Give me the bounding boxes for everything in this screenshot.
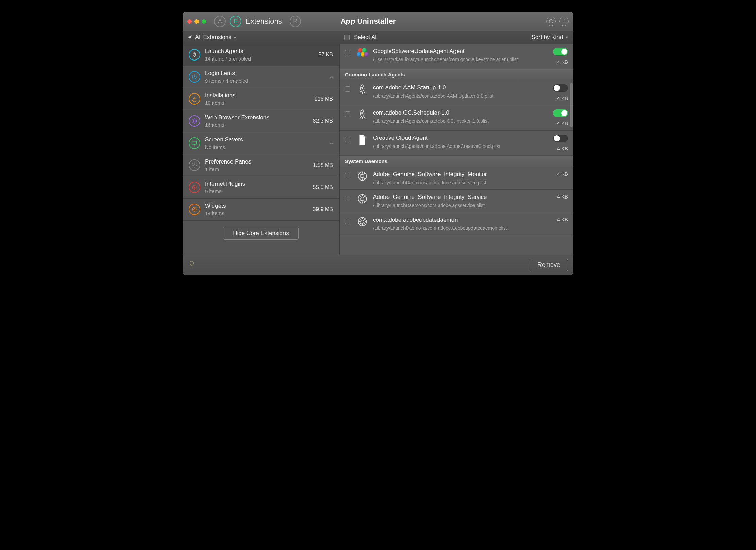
feedback-icon[interactable] <box>546 17 556 26</box>
category-size: -- <box>329 140 333 146</box>
item-path: /Library/LaunchDaemons/com.adobe.adobeup… <box>373 225 553 231</box>
sidebar-category[interactable]: Preference Panes1 item1.58 MB <box>183 154 339 176</box>
close-window-button[interactable] <box>187 19 192 24</box>
app-title: App Uninstaller <box>341 17 396 26</box>
item-title: Creative Cloud Agent <box>373 135 550 141</box>
gear-icon <box>357 217 367 227</box>
list-item: com.adobe.AAM.Startup-1.0/Library/Launch… <box>340 80 573 105</box>
remove-button[interactable]: Remove <box>530 259 568 271</box>
colorballs-icon <box>357 48 368 58</box>
category-icon <box>189 137 200 149</box>
apps-tab-icon[interactable]: A <box>214 16 226 27</box>
sidebar-category[interactable]: Login Items9 items / 4 enabled-- <box>183 66 339 88</box>
enable-toggle[interactable] <box>553 135 568 142</box>
app-window: A E Extensions R App Uninstaller i All E… <box>183 12 573 275</box>
category-size: 1.58 MB <box>313 162 333 168</box>
item-title: com.adobe.adobeupdatedaemon <box>373 217 553 223</box>
category-subtitle: 14 items <box>205 210 313 216</box>
hide-core-extensions-button[interactable]: Hide Core Extensions <box>223 227 298 240</box>
category-size: 39.9 MB <box>313 206 333 212</box>
category-title: Login Items <box>205 70 329 77</box>
category-subtitle: 10 items <box>205 100 314 106</box>
list-item: Adobe_Genuine_Software_Integrity_Service… <box>340 190 573 212</box>
item-checkbox[interactable] <box>345 111 350 117</box>
item-path: /Library/LaunchAgents/com.adobe.AAM.Upda… <box>373 93 550 99</box>
select-all-checkbox[interactable] <box>344 35 350 40</box>
remains-tab-icon[interactable]: R <box>290 16 301 27</box>
svg-point-10 <box>361 174 364 178</box>
list-item: com.adobe.adobeupdatedaemon/Library/Laun… <box>340 212 573 235</box>
svg-rect-2 <box>192 141 197 144</box>
svg-point-0 <box>194 54 195 54</box>
svg-point-7 <box>362 87 363 88</box>
item-path: /Users/starka/Library/LaunchAgents/com.g… <box>373 57 550 62</box>
gear-icon <box>357 171 367 181</box>
category-title: Widgets <box>205 203 313 209</box>
sidebar-category[interactable]: Installations10 items115 MB <box>183 88 339 110</box>
scrollbar[interactable] <box>570 83 573 127</box>
enable-toggle[interactable] <box>553 84 568 92</box>
section-header: Common Launch Agents <box>340 69 573 80</box>
category-subtitle: 6 items <box>205 188 313 194</box>
window-controls <box>187 19 206 24</box>
category-icon <box>189 182 200 193</box>
item-checkbox[interactable] <box>345 137 350 142</box>
category-icon <box>189 71 200 83</box>
item-path: /Library/LaunchDaemons/com.adobe.agsserv… <box>373 203 553 208</box>
category-size: 55.5 MB <box>313 184 333 190</box>
item-checkbox[interactable] <box>345 173 350 178</box>
svg-point-6 <box>194 209 195 210</box>
extensions-tab-icon[interactable]: E <box>230 16 241 27</box>
item-checkbox[interactable] <box>345 196 350 201</box>
item-size: 4 KB <box>557 59 568 65</box>
chevron-down-icon: ▼ <box>233 36 237 40</box>
category-icon <box>189 159 200 171</box>
category-icon <box>189 93 200 105</box>
item-checkbox[interactable] <box>345 50 350 55</box>
category-subtitle: 1 item <box>205 166 313 172</box>
item-title: GoogleSoftwareUpdateAgent Agent <box>373 48 550 55</box>
select-all-label: Select All <box>354 34 378 41</box>
sidebar-category[interactable]: Web Browser Extensions16 items82.3 MB <box>183 110 339 132</box>
lightbulb-icon[interactable] <box>188 260 195 270</box>
chevron-down-icon: ▼ <box>565 35 569 39</box>
category-title: Web Browser Extensions <box>205 114 313 121</box>
info-icon[interactable]: i <box>559 17 569 26</box>
item-checkbox[interactable] <box>345 219 350 224</box>
category-size: 82.3 MB <box>313 118 333 124</box>
zoom-window-button[interactable] <box>202 19 206 24</box>
item-title: Adobe_Genuine_Software_Integrity_Service <box>373 194 553 201</box>
list-item: Adobe_Genuine_Software_Integrity_Monitor… <box>340 167 573 190</box>
list-item: com.adobe.GC.Scheduler-1.0/Library/Launc… <box>340 105 573 131</box>
item-size: 4 KB <box>557 194 568 200</box>
sidebar-category[interactable]: Widgets14 items39.9 MB <box>183 199 339 221</box>
enable-toggle[interactable] <box>553 48 568 55</box>
titlebar: A E Extensions R App Uninstaller i <box>183 12 573 31</box>
svg-point-5 <box>192 207 196 211</box>
item-title: com.adobe.GC.Scheduler-1.0 <box>373 109 550 116</box>
sidebar-category[interactable]: Launch Agents14 items / 5 enabled57 KB <box>183 44 339 66</box>
item-checkbox[interactable] <box>345 86 350 92</box>
category-subtitle: 9 items / 4 enabled <box>205 78 329 84</box>
enable-toggle[interactable] <box>553 109 568 117</box>
sidebar-category[interactable]: Screen SaversNo items-- <box>183 132 339 154</box>
category-title: Screen Savers <box>205 136 329 143</box>
category-size: 57 KB <box>318 52 333 58</box>
category-icon <box>189 49 200 61</box>
minimize-window-button[interactable] <box>194 19 199 24</box>
category-title: Launch Agents <box>205 48 318 55</box>
file-icon <box>358 135 367 145</box>
sidebar-category[interactable]: Internet Plugins6 items55.5 MB <box>183 176 339 199</box>
subbar: All Extensions ▼ Select All Sort by Kind… <box>183 31 573 44</box>
category-size: 115 MB <box>314 96 333 102</box>
category-size: -- <box>329 74 333 80</box>
gear-icon <box>357 194 367 204</box>
filter-dropdown[interactable]: All Extensions ▼ <box>195 34 237 41</box>
section-header: System Daemons <box>340 156 573 167</box>
detail-pane: GoogleSoftwareUpdateAgent Agent/Users/st… <box>340 44 573 255</box>
list-item: Creative Cloud Agent/Library/LaunchAgent… <box>340 131 573 156</box>
category-title: Preference Panes <box>205 158 313 165</box>
category-title: Installations <box>205 92 314 99</box>
sort-dropdown[interactable]: Sort by Kind ▼ <box>532 34 569 41</box>
item-size: 4 KB <box>557 171 568 177</box>
